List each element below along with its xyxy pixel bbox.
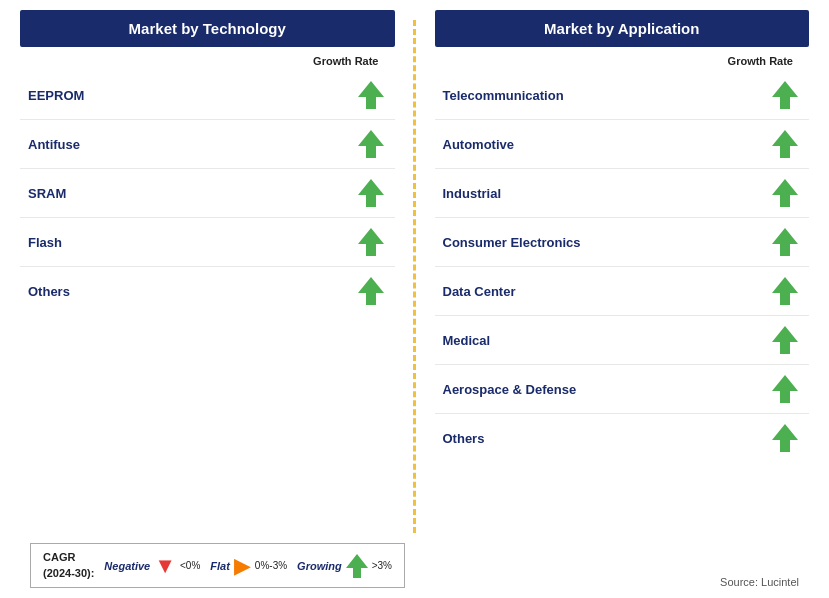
table-row: SRAM: [20, 169, 395, 218]
arrow-cell: [765, 226, 805, 258]
item-label: Data Center: [443, 284, 516, 299]
table-row: EEPROM: [20, 71, 395, 120]
svg-marker-6: [772, 130, 798, 158]
flat-label: Flat: [210, 560, 230, 572]
negative-range: <0%: [180, 560, 200, 571]
item-label: Flash: [28, 235, 62, 250]
left-growth-rate-label: Growth Rate: [313, 55, 378, 67]
green-up-arrow-legend-icon: [346, 552, 368, 580]
item-label: Automotive: [443, 137, 515, 152]
legend-flat: Flat ▶ 0%-3%: [210, 553, 287, 579]
svg-marker-9: [772, 277, 798, 305]
svg-marker-11: [772, 375, 798, 403]
svg-marker-2: [358, 179, 384, 207]
left-items-list: EEPROM Antifuse SRAM Flash Others: [20, 71, 395, 315]
table-row: Data Center: [435, 267, 810, 316]
table-row: Medical: [435, 316, 810, 365]
table-row: Consumer Electronics: [435, 218, 810, 267]
legend-cagr-text: CAGR (2024-30):: [43, 550, 94, 581]
right-panel: Market by Application Growth Rate Teleco…: [425, 10, 810, 533]
item-label: Aerospace & Defense: [443, 382, 577, 397]
arrow-cell: [351, 128, 391, 160]
item-label: Industrial: [443, 186, 502, 201]
green-up-arrow-icon: [772, 275, 798, 307]
item-label: SRAM: [28, 186, 66, 201]
dashed-line: [413, 20, 416, 533]
svg-marker-10: [772, 326, 798, 354]
arrow-cell: [351, 226, 391, 258]
page-wrapper: Market by Technology Growth Rate EEPROM …: [0, 0, 829, 598]
arrow-cell: [765, 422, 805, 454]
item-label: Others: [28, 284, 70, 299]
arrow-cell: [765, 128, 805, 160]
table-row: Telecommunication: [435, 71, 810, 120]
flat-range: 0%-3%: [255, 560, 287, 571]
right-items-list: Telecommunication Automotive Industrial …: [435, 71, 810, 462]
growing-range: >3%: [372, 560, 392, 571]
right-panel-header: Market by Application: [435, 10, 810, 47]
svg-marker-7: [772, 179, 798, 207]
left-panel-header: Market by Technology: [20, 10, 395, 47]
arrow-cell: [765, 275, 805, 307]
green-up-arrow-icon: [772, 128, 798, 160]
negative-label: Negative: [104, 560, 150, 572]
left-growth-rate-row: Growth Rate: [20, 55, 395, 67]
legend-growing: Growing >3%: [297, 552, 392, 580]
item-label: Telecommunication: [443, 88, 564, 103]
green-up-arrow-icon: [358, 79, 384, 111]
svg-marker-0: [358, 81, 384, 109]
item-label: Others: [443, 431, 485, 446]
svg-marker-4: [358, 277, 384, 305]
arrow-cell: [765, 79, 805, 111]
right-growth-rate-label: Growth Rate: [728, 55, 793, 67]
table-row: Automotive: [435, 120, 810, 169]
arrow-cell: [351, 177, 391, 209]
item-label: Medical: [443, 333, 491, 348]
table-row: Aerospace & Defense: [435, 365, 810, 414]
left-panel: Market by Technology Growth Rate EEPROM …: [20, 10, 405, 533]
right-growth-rate-row: Growth Rate: [435, 55, 810, 67]
table-row: Industrial: [435, 169, 810, 218]
item-label: Consumer Electronics: [443, 235, 581, 250]
legend-area: CAGR (2024-30): Negative ▼ <0% Flat ▶ 0%…: [20, 543, 809, 588]
green-up-arrow-icon: [772, 177, 798, 209]
arrow-cell: [765, 324, 805, 356]
table-row: Others: [20, 267, 395, 315]
arrow-cell: [765, 373, 805, 405]
green-up-arrow-icon: [358, 275, 384, 307]
arrow-cell: [351, 79, 391, 111]
green-up-arrow-icon: [772, 422, 798, 454]
arrow-cell: [351, 275, 391, 307]
svg-marker-1: [358, 130, 384, 158]
green-up-arrow-icon: [772, 79, 798, 111]
red-down-arrow-icon: ▼: [154, 553, 176, 579]
legend-box: CAGR (2024-30): Negative ▼ <0% Flat ▶ 0%…: [30, 543, 405, 588]
main-content: Market by Technology Growth Rate EEPROM …: [20, 10, 809, 533]
table-row: Flash: [20, 218, 395, 267]
svg-marker-13: [346, 554, 368, 578]
green-up-arrow-icon: [358, 226, 384, 258]
green-up-arrow-icon: [358, 128, 384, 160]
source-label: Source: Lucintel: [720, 576, 799, 588]
legend-negative: Negative ▼ <0%: [104, 553, 200, 579]
svg-marker-8: [772, 228, 798, 256]
green-up-arrow-icon: [772, 373, 798, 405]
table-row: Others: [435, 414, 810, 462]
green-up-arrow-icon: [772, 324, 798, 356]
green-up-arrow-icon: [358, 177, 384, 209]
growing-label: Growing: [297, 560, 342, 572]
arrow-cell: [765, 177, 805, 209]
green-up-arrow-icon: [772, 226, 798, 258]
svg-marker-12: [772, 424, 798, 452]
svg-marker-3: [358, 228, 384, 256]
item-label: EEPROM: [28, 88, 84, 103]
item-label: Antifuse: [28, 137, 80, 152]
orange-right-arrow-icon: ▶: [234, 553, 251, 579]
center-divider: [405, 10, 425, 533]
table-row: Antifuse: [20, 120, 395, 169]
svg-marker-5: [772, 81, 798, 109]
